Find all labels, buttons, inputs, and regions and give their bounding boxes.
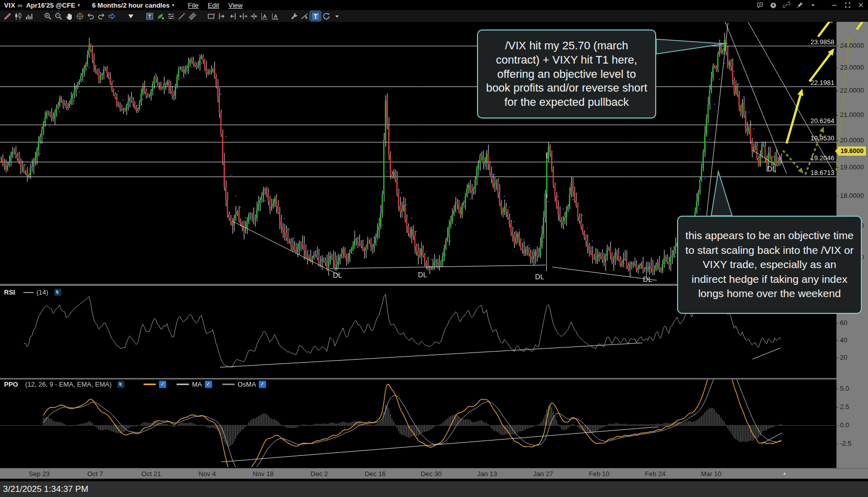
toolbar-group [42, 11, 117, 21]
histogram-icon[interactable] [23, 11, 34, 21]
osma-checkbox[interactable]: ✓ [259, 381, 266, 388]
axis-tick [836, 196, 838, 196]
trendline-icon[interactable] [176, 11, 187, 21]
zoom-out-icon[interactable] [53, 11, 64, 21]
osma-label: OsMA [238, 381, 256, 388]
axis-tick [836, 167, 838, 168]
date-label: Dec 2 [311, 470, 328, 478]
menu-edit[interactable]: Edit [208, 2, 219, 9]
rsi-label: RSI [4, 288, 15, 296]
toolbar-group [289, 11, 342, 21]
shift-right-icon[interactable] [216, 11, 227, 21]
refresh-icon[interactable] [321, 11, 331, 21]
maximize-icon[interactable] [843, 1, 852, 10]
date-label: Nov 4 [199, 470, 216, 478]
caret-down-icon[interactable] [331, 11, 342, 21]
parallel-lines-icon[interactable] [187, 11, 198, 21]
close-icon[interactable] [856, 1, 865, 10]
ma-checkbox[interactable]: ✓ [205, 381, 212, 388]
axis-tick [836, 389, 838, 389]
panel-divider[interactable] [0, 378, 836, 379]
osma-line-sample [222, 384, 235, 385]
price-tick-label: 24.0000 [840, 42, 864, 49]
dropdown-triangle-icon[interactable] [125, 11, 136, 21]
brush-add-icon[interactable] [155, 11, 165, 21]
shift-left-icon[interactable] [227, 11, 238, 21]
date-label: Mar 10 [701, 470, 721, 478]
rsi-tick-label: 20 [840, 354, 847, 361]
rectangle-icon[interactable] [206, 11, 216, 21]
window-controls [751, 1, 865, 10]
toolbar-group [144, 11, 198, 21]
trading-app-window: VIX ∞ Apr16'25 @CFE ▼ 6 Months/2 hour ca… [0, 0, 868, 497]
text-tool-icon[interactable] [310, 11, 321, 21]
contract-horizontal-icon[interactable] [248, 11, 259, 21]
price-tick-label: 20.0000 [840, 136, 864, 144]
crosshair-icon[interactable] [74, 11, 85, 21]
date-axis-marker: ▲ [782, 471, 787, 476]
autoscale-a-icon[interactable] [259, 11, 270, 21]
menu-file[interactable]: File [188, 2, 199, 9]
symbol-label: VIX [4, 2, 15, 9]
timeframe-selector[interactable]: 6 Months/2 hour candles [92, 2, 170, 9]
ppo-checkbox[interactable]: ✓ [159, 381, 166, 388]
date-label: Jan 13 [477, 470, 497, 478]
date-label: Dec 30 [421, 470, 441, 478]
axis-tick [836, 340, 838, 341]
contract-selector[interactable]: Apr16'25 @CFE [26, 2, 75, 9]
rsi-settings-icon[interactable] [54, 288, 62, 296]
redo-icon[interactable] [96, 11, 106, 21]
candles-icon[interactable] [13, 11, 23, 21]
menu-view[interactable]: View [228, 2, 242, 9]
annotation-box-profit-target[interactable]: /VIX hit my 25.70 (march contract) + VIX… [477, 30, 656, 119]
ppo-legend: ✓ MA ✓ OsMA ✓ [141, 381, 273, 388]
minimize-icon[interactable] [830, 1, 838, 10]
ppo-line-sample [144, 384, 156, 385]
axis-tick [836, 323, 838, 324]
autoscale-b-icon[interactable] [270, 11, 281, 21]
ppo-settings-icon[interactable] [117, 381, 125, 388]
toolbar-group [206, 11, 281, 21]
expand-horizontal-icon[interactable] [238, 11, 248, 21]
axis-tick [836, 46, 838, 46]
ppo-tick-label: 2.5 [840, 403, 849, 411]
date-label: Oct 21 [142, 470, 161, 478]
continuous-contract-icon: ∞ [18, 2, 22, 9]
axis-tick [836, 140, 838, 141]
pointer-line-icon[interactable] [299, 11, 310, 21]
pin-icon[interactable] [795, 1, 804, 10]
quote-bubble-icon[interactable] [755, 1, 764, 10]
date-label: Jan 27 [533, 470, 553, 478]
ppo-tick-label: 0.0 [840, 421, 849, 429]
date-label: Sep 23 [29, 470, 49, 478]
zoom-in-icon[interactable] [42, 11, 53, 21]
jump-forward-icon[interactable] [106, 11, 117, 21]
annotation-box-reentry[interactable]: this appears to be an objective time to … [677, 216, 862, 314]
axis-tick [836, 358, 838, 358]
status-bar: 3/21/2025 1:34:37 PM [0, 481, 868, 497]
rsi-tick-label: 40 [840, 336, 847, 344]
last-price-tag: 19.6000 [838, 147, 866, 156]
caret-down-icon[interactable] [808, 1, 817, 10]
price-tick-label: 22.0000 [840, 86, 864, 94]
gear-icon[interactable] [769, 1, 777, 10]
ppo-tick-label: 5.0 [840, 385, 849, 392]
ma-label: MA [192, 381, 202, 388]
contract-caret-icon[interactable]: ▼ [77, 3, 81, 8]
date-axis[interactable]: Sep 23Oct 7Oct 21Nov 4Nov 18Dec 2Dec 16D… [0, 468, 868, 479]
pan-hand-icon[interactable] [64, 11, 74, 21]
edit-pencil-icon[interactable] [2, 11, 13, 21]
date-label: Dec 16 [365, 470, 385, 478]
ppo-params: (12, 26, 9 - EMA, EMA, EMA) [25, 381, 111, 388]
axis-tick [836, 91, 838, 91]
rsi-line-sample [23, 292, 34, 293]
timeframe-caret-icon[interactable]: ▼ [171, 3, 175, 8]
link-icon[interactable] [782, 1, 791, 10]
undo-icon[interactable] [85, 11, 96, 21]
wrench-icon[interactable] [289, 11, 299, 21]
ppo-label: PPO [4, 381, 18, 388]
time-chart-icon[interactable] [144, 11, 155, 21]
status-timestamp: 3/21/2025 1:34:37 PM [3, 484, 88, 494]
menu-bar: File Edit View [183, 2, 247, 9]
levels-icon[interactable] [165, 11, 176, 21]
